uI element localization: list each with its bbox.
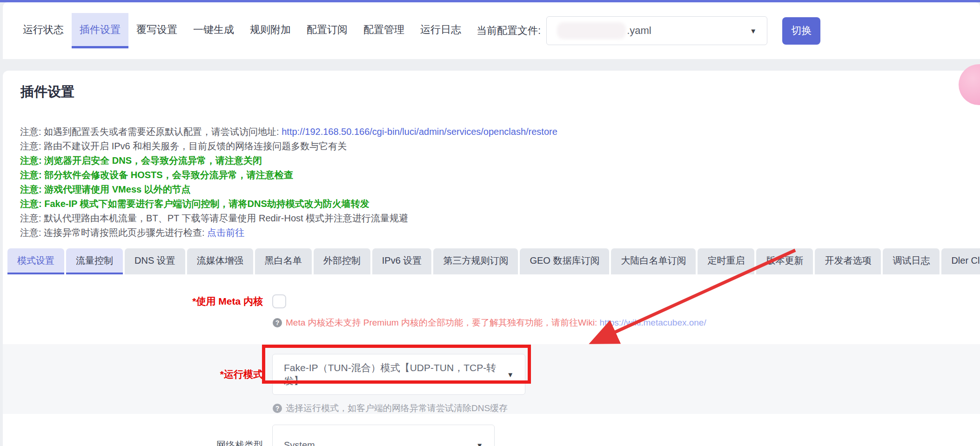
nav-tab-rule-append[interactable]: 规则附加 (242, 13, 299, 48)
switch-config-button[interactable]: 切换 (782, 17, 820, 45)
metacubex-wiki-link[interactable]: https://wiki.metacubex.one/ (600, 318, 706, 327)
notice-text: 注意: 浏览器开启安全 DNS，会导致分流异常，请注意关闭 (20, 155, 262, 166)
notice-text: 注意: Fake-IP 模式下如需要进行客户端访问控制，请将DNS劫持模式改为防… (20, 199, 369, 209)
config-file-select[interactable]: .yaml ▼ (546, 16, 767, 45)
tab-geo-database[interactable]: GEO 数据库订阅 (520, 248, 609, 274)
tab-version-update[interactable]: 版本更新 (756, 248, 813, 274)
tab-china-whitelist[interactable]: 大陆白名单订阅 (611, 248, 696, 274)
question-icon: ? (273, 404, 282, 413)
tab-mode-settings[interactable]: 模式设置 (7, 248, 64, 274)
restore-url-link[interactable]: http://192.168.50.166/cgi-bin/luci/admin… (282, 126, 557, 137)
notice-line: 注意: 部分软件会修改设备 HOSTS，会导致分流异常，请注意检查 (20, 168, 980, 182)
notice-line: 注意: 默认代理路由本机流量，BT、PT 下载等请尽量使用 Redir-Host… (20, 211, 980, 226)
tab-ipv6-settings[interactable]: IPv6 设置 (372, 248, 432, 274)
notice-text: 注意: 连接异常时请按照此页步骤先进行检查: (20, 227, 207, 238)
nav-tab-run-log[interactable]: 运行日志 (412, 13, 469, 48)
notice-line: 注意: 游戏代理请使用 VMess 以外的节点 (20, 182, 980, 197)
run-mode-label: *运行模式 (3, 368, 263, 381)
censored-filename-blob (557, 22, 626, 39)
network-stack-value: System (284, 440, 315, 446)
network-stack-row: 网络栈类型 System ▼ (3, 414, 980, 446)
nav-tab-plugin-settings[interactable]: 插件设置 (72, 13, 128, 48)
notice-line: 注意: 连接异常时请按照此页步骤先进行检查: 点击前往 (20, 226, 980, 240)
tab-external-control[interactable]: 外部控制 (314, 248, 370, 274)
top-nav-bar: 运行状态 插件设置 覆写设置 一键生成 规则附加 配置订阅 配置管理 运行日志 … (3, 2, 980, 59)
tab-black-white-list[interactable]: 黑白名单 (255, 248, 312, 274)
notice-line: 注意: Fake-IP 模式下如需要进行客户端访问控制，请将DNS劫持模式改为防… (20, 197, 980, 211)
settings-section-tabs: 模式设置 流量控制 DNS 设置 流媒体增强 黑白名单 外部控制 IPv6 设置… (7, 248, 980, 274)
run-mode-value: Fake-IP（TUN-混合）模式【UDP-TUN，TCP-转发】 (284, 361, 502, 387)
nav-tab-override-settings[interactable]: 覆写设置 (128, 13, 185, 48)
notice-list: 注意: 如遇到配置丢失或者需要还原默认配置，请尝试访问地址: http://19… (20, 125, 980, 240)
question-icon: ? (273, 318, 282, 327)
network-stack-select[interactable]: System ▼ (272, 425, 495, 446)
config-file-name: .yaml (627, 25, 651, 37)
chevron-down-icon: ▼ (750, 27, 757, 35)
network-stack-label: 网络栈类型 (3, 439, 263, 446)
tab-scheduled-restart[interactable]: 定时重启 (698, 248, 754, 274)
nav-tab-run-status[interactable]: 运行状态 (15, 13, 72, 48)
meta-kernel-help: Meta 内核还未支持 Premium 内核的全部功能，要了解其独有功能，请前往… (286, 317, 706, 329)
tab-dns-settings[interactable]: DNS 设置 (125, 248, 185, 274)
chevron-down-icon: ▼ (507, 371, 514, 379)
nav-tab-config-manage[interactable]: 配置管理 (356, 13, 412, 48)
tab-traffic-control[interactable]: 流量控制 (66, 248, 123, 274)
tab-developer-options[interactable]: 开发者选项 (815, 248, 881, 274)
run-mode-help: 选择运行模式，如客户端的网络异常请尝试清除DNS缓存 (286, 402, 508, 414)
meta-kernel-checkbox[interactable] (272, 294, 286, 308)
meta-kernel-label: *使用 Meta 内核 (3, 295, 263, 308)
plugin-settings-card: 插件设置 注意: 如遇到配置丢失或者需要还原默认配置，请尝试访问地址: http… (3, 71, 980, 446)
nav-tab-config-subscribe[interactable]: 配置订阅 (299, 13, 356, 48)
nav-tab-one-key-generate[interactable]: 一键生成 (185, 13, 242, 48)
openclash-plugin-settings-page: 运行状态 插件设置 覆写设置 一键生成 规则附加 配置订阅 配置管理 运行日志 … (0, 0, 980, 446)
go-check-link[interactable]: 点击前往 (207, 227, 244, 238)
notice-line: 注意: 如遇到配置丢失或者需要还原默认配置，请尝试访问地址: http://19… (20, 125, 980, 139)
notice-text: 注意: 如遇到配置丢失或者需要还原默认配置，请尝试访问地址: (20, 126, 282, 137)
notice-text: 注意: 默认代理路由本机流量，BT、PT 下载等请尽量使用 Redir-Host… (20, 213, 408, 223)
notice-text: 注意: 游戏代理请使用 VMess 以外的节点 (20, 184, 191, 194)
run-mode-row: *运行模式 Fake-IP（TUN-混合）模式【UDP-TUN，TCP-转发】 … (3, 344, 980, 414)
tab-dler-cloud[interactable]: Dler Cloud (941, 248, 980, 274)
run-mode-select[interactable]: Fake-IP（TUN-混合）模式【UDP-TUN，TCP-转发】 ▼ (272, 354, 525, 395)
chevron-down-icon: ▼ (476, 441, 483, 446)
current-config-label: 当前配置文件: (477, 24, 541, 38)
notice-line: 注意: 路由不建议开启 IPv6 和相关服务，目前反馈的网络连接问题多数与它有关 (20, 139, 980, 153)
notice-text: 注意: 路由不建议开启 IPv6 和相关服务，目前反馈的网络连接问题多数与它有关 (20, 141, 347, 151)
tab-debug-log[interactable]: 调试日志 (883, 248, 940, 274)
notice-text: 注意: 部分软件会修改设备 HOSTS，会导致分流异常，请注意检查 (20, 170, 293, 180)
page-title: 插件设置 (20, 83, 980, 101)
meta-kernel-help-text: Meta 内核还未支持 Premium 内核的全部功能，要了解其独有功能，请前往… (286, 318, 600, 327)
notice-line: 注意: 浏览器开启安全 DNS，会导致分流异常，请注意关闭 (20, 153, 980, 168)
tab-third-party-rules[interactable]: 第三方规则订阅 (433, 248, 518, 274)
meta-kernel-row: *使用 Meta 内核 ? Meta 内核还未支持 Premium 内核的全部功… (3, 274, 980, 344)
tab-streaming-enhance[interactable]: 流媒体增强 (187, 248, 253, 274)
